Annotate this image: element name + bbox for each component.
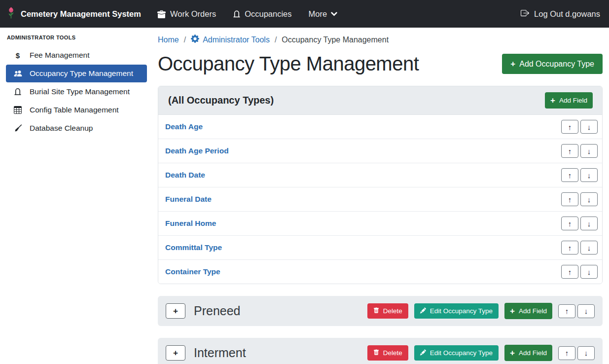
logout-label: Log Out d.gowans (534, 9, 600, 19)
section-preneed: + Preneed Delete Edit Occupancy Type (158, 296, 603, 326)
add-field-button[interactable]: + Add Field (545, 92, 593, 109)
field-link-death-age-period[interactable]: Death Age Period (165, 146, 229, 155)
reorder-controls: ↑ ↓ (558, 304, 595, 318)
users-icon (12, 70, 23, 77)
add-occupancy-type-button[interactable]: + Add Occupancy Type (502, 54, 603, 74)
move-up-button[interactable]: ↑ (561, 241, 578, 255)
arrow-up-icon: ↑ (568, 123, 572, 131)
button-label: Add Field (519, 308, 547, 315)
reorder-controls: ↑ ↓ (561, 217, 598, 230)
expand-button[interactable]: + (166, 345, 185, 361)
sidebar-item-burial-site-type-management[interactable]: Burial Site Type Management (6, 83, 147, 101)
delete-button[interactable]: Delete (367, 303, 408, 319)
nav-label: Work Orders (170, 9, 216, 19)
move-up-button[interactable]: ↑ (561, 217, 578, 230)
breadcrumb-current: Occupancy Type Management (282, 36, 389, 44)
move-down-button[interactable]: ↓ (580, 192, 598, 206)
flower-logo-icon (6, 6, 16, 22)
move-up-button[interactable]: ↑ (558, 304, 575, 318)
brand-text: Cemetery Management System (21, 9, 141, 19)
arrow-down-icon: ↓ (587, 123, 591, 131)
card-title: (All Occupancy Types) (168, 95, 274, 106)
field-link-committal-type[interactable]: Committal Type (165, 243, 222, 252)
arrow-down-icon: ↓ (587, 268, 591, 276)
move-down-button[interactable]: ↓ (577, 304, 595, 318)
move-down-button[interactable]: ↓ (580, 144, 598, 158)
section-actions: Delete Edit Occupancy Type + Add Field ↑… (367, 345, 595, 361)
logout-button[interactable]: Log Out d.gowans (520, 9, 600, 19)
trash-icon (373, 307, 379, 315)
move-down-button[interactable]: ↓ (580, 217, 598, 230)
move-down-button[interactable]: ↓ (580, 168, 598, 182)
reorder-controls: ↑ ↓ (561, 265, 598, 279)
section-actions: Delete Edit Occupancy Type + Add Field ↑… (367, 303, 595, 319)
button-label: Add Occupancy Type (519, 60, 594, 68)
sidebar-item-database-cleanup[interactable]: Database Cleanup (6, 119, 147, 137)
field-row: Funeral Home ↑ ↓ (158, 212, 602, 236)
reorder-controls: ↑ ↓ (561, 168, 598, 182)
arrow-down-icon: ↓ (584, 349, 588, 357)
logout-icon (520, 9, 530, 19)
reorder-controls: ↑ ↓ (561, 192, 598, 206)
edit-occupancy-type-button[interactable]: Edit Occupancy Type (414, 345, 499, 361)
add-field-button[interactable]: + Add Field (504, 303, 552, 319)
sidebar-item-fee-management[interactable]: $ Fee Management (6, 46, 147, 64)
field-link-death-date[interactable]: Death Date (165, 171, 205, 180)
chevron-down-icon (331, 12, 337, 16)
trash-icon (373, 349, 379, 357)
nav-more[interactable]: More (309, 9, 338, 19)
delete-button[interactable]: Delete (367, 345, 408, 361)
sidebar-header: ADMINISTRATOR TOOLS (6, 33, 147, 46)
move-down-button[interactable]: ↓ (577, 346, 595, 360)
field-link-funeral-date[interactable]: Funeral Date (165, 195, 212, 204)
sidebar-item-label: Fee Management (30, 51, 90, 60)
plus-icon: + (173, 348, 178, 358)
move-down-button[interactable]: ↓ (580, 120, 598, 134)
move-up-button[interactable]: ↑ (561, 144, 578, 158)
button-label: Delete (383, 350, 402, 357)
pencil-icon (420, 307, 426, 315)
button-label: Delete (383, 308, 402, 315)
plus-icon: + (510, 307, 515, 315)
arrow-up-icon: ↑ (565, 307, 569, 315)
nav-label: Occupancies (245, 9, 291, 19)
field-link-funeral-home[interactable]: Funeral Home (165, 219, 216, 228)
arrow-down-icon: ↓ (587, 147, 591, 155)
field-row: Death Age ↑ ↓ (158, 115, 602, 139)
plus-icon: + (173, 306, 178, 316)
app-brand[interactable]: Cemetery Management System (6, 6, 141, 22)
nav-occupancies[interactable]: Occupancies (233, 9, 291, 19)
sidebar-item-label: Burial Site Type Management (30, 87, 130, 96)
expand-button[interactable]: + (166, 303, 185, 319)
field-link-container-type[interactable]: Container Type (165, 267, 220, 276)
gear-icon (191, 35, 199, 45)
move-up-button[interactable]: ↑ (558, 346, 575, 360)
arrow-down-icon: ↓ (587, 219, 591, 228)
nav-work-orders[interactable]: Work Orders (157, 9, 216, 19)
arrow-up-icon: ↑ (568, 147, 572, 155)
sidebar-item-config-table-management[interactable]: Config Table Management (6, 101, 147, 119)
add-field-button[interactable]: + Add Field (504, 345, 552, 361)
move-down-button[interactable]: ↓ (580, 241, 598, 255)
breadcrumb-admin-tools[interactable]: Administrator Tools (191, 35, 270, 45)
breadcrumb-home[interactable]: Home (158, 36, 179, 44)
nav-label: More (309, 9, 327, 19)
move-up-button[interactable]: ↑ (561, 120, 578, 134)
arrow-down-icon: ↓ (587, 171, 591, 180)
dollar-icon: $ (12, 51, 23, 60)
arrow-down-icon: ↓ (587, 244, 591, 252)
edit-occupancy-type-button[interactable]: Edit Occupancy Type (414, 303, 499, 319)
section-title: Interment (194, 346, 246, 360)
field-link-death-age[interactable]: Death Age (165, 122, 203, 131)
sidebar-item-occupancy-type-management[interactable]: Occupancy Type Management (6, 65, 147, 82)
move-down-button[interactable]: ↓ (580, 265, 598, 279)
move-up-button[interactable]: ↑ (561, 192, 578, 206)
field-row: Death Date ↑ ↓ (158, 163, 602, 187)
arrow-down-icon: ↓ (584, 307, 588, 315)
button-label: Edit Occupancy Type (430, 350, 493, 357)
button-label: Add Field (519, 350, 547, 357)
move-up-button[interactable]: ↑ (561, 168, 578, 182)
move-up-button[interactable]: ↑ (561, 265, 578, 279)
tombstone-icon (233, 10, 241, 18)
arrow-up-icon: ↑ (568, 268, 572, 276)
